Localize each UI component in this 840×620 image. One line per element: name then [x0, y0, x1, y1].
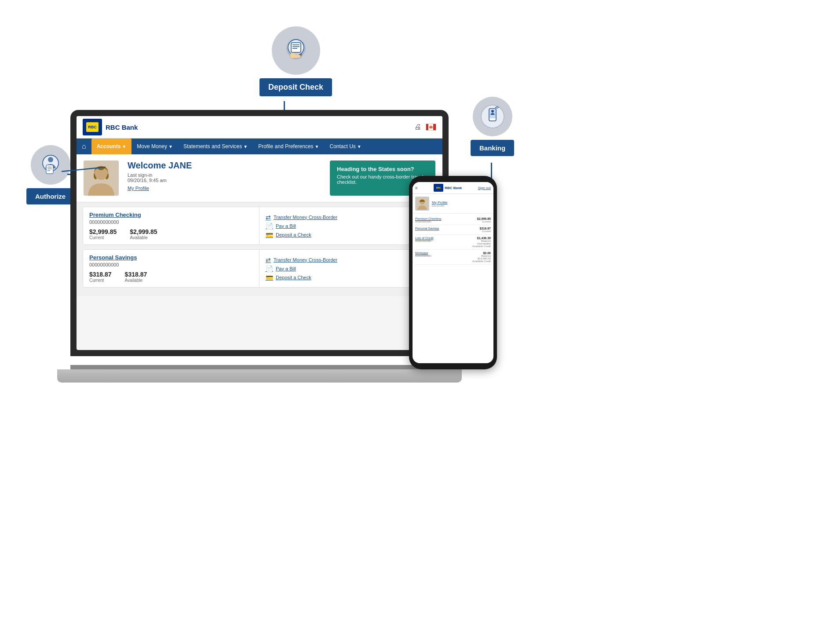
my-profile-link[interactable]: My Profile: [128, 186, 192, 191]
phone-account-list: Premium Checking 00000000000 $2,999.85 C…: [413, 214, 493, 266]
account-info-checking: Premium Checking 00000000000 $2,999.85 C…: [83, 207, 259, 244]
account-number-checking: 00000000000: [89, 219, 253, 225]
nav-contact[interactable]: Contact Us ▼: [325, 139, 367, 154]
phone-avatar: [415, 197, 429, 211]
bill-icon-2: 📄: [266, 265, 273, 272]
phone-profile-link[interactable]: My Profile: [432, 201, 448, 204]
pay-bill-checking[interactable]: 📄 Pay a Bill: [266, 222, 430, 230]
account-balances-checking: $2,999.85 Current $2,999.85 Available: [89, 228, 253, 240]
phone-acc-name-checking[interactable]: Premium Checking: [415, 217, 441, 220]
account-name-checking[interactable]: Premium Checking: [89, 212, 253, 218]
svg-rect-10: [46, 165, 53, 174]
bank-logo-area: RBC RBC Bank: [83, 119, 138, 135]
phone-acc-name-mortgage[interactable]: Mortgage: [415, 252, 431, 255]
phone-screen: ≡ RBC RBC Bank Sign out: [413, 182, 493, 363]
right-float-icon: Banking: [471, 97, 514, 156]
phone-device: ≡ RBC RBC Bank Sign out: [409, 176, 497, 369]
laptop-base: [57, 369, 462, 383]
print-icon[interactable]: 🖨: [414, 123, 421, 131]
account-number-savings: 00000000000: [89, 262, 253, 267]
promo-title: Heading to the States soon?: [337, 166, 428, 172]
deposit-icon-2: 💳: [266, 274, 273, 281]
balance-current-checking: $2,999.85 Current: [89, 228, 117, 240]
phone-account-checking: Premium Checking 00000000000 $2,999.85 C…: [415, 215, 491, 225]
nav-accounts[interactable]: Accounts ▼: [91, 139, 132, 154]
account-card-savings: Personal Savings 00000000000 $318.87 Cur…: [83, 249, 436, 288]
phone-logo-area: RBC RBC Bank: [434, 184, 462, 192]
last-signin-section: Last sign-in 09/20/16, 9:45 am: [128, 172, 192, 183]
phone-rbc-logo: RBC: [434, 184, 443, 192]
transfer-cross-border-savings[interactable]: ⇄ Transfer Money Cross-Border: [266, 256, 430, 263]
header-icons: 🖨 🍁: [414, 123, 436, 131]
nav-move-money[interactable]: Move Money ▼: [131, 139, 178, 154]
nav-home-button[interactable]: ⌂: [77, 139, 91, 154]
deposit-check-checking[interactable]: 💳 Deposit a Check: [266, 231, 430, 238]
welcome-greeting: Welcome JANE: [128, 160, 192, 171]
phone-acc-bal-loc: $1,436.39 Balance Unavailable Available …: [472, 237, 491, 248]
accounts-section: Premium Checking 00000000000 $2,999.85 C…: [77, 202, 442, 296]
phone-account-savings: Personal Savings $318.87 Current: [415, 225, 491, 235]
phone-acc-name-loc[interactable]: Line of Credit: [415, 237, 434, 240]
phone-acc-name-savings[interactable]: Personal Savings: [415, 227, 439, 230]
bank-navbar: ⌂ Accounts ▼ Move Money ▼ Statements and…: [77, 139, 442, 154]
phone-acc-num-checking: 00000000000: [415, 220, 441, 223]
canada-flag: 🍁: [426, 124, 436, 131]
user-avatar: [84, 160, 119, 196]
account-name-savings[interactable]: Personal Savings: [89, 254, 253, 261]
account-info-savings: Personal Savings 00000000000 $318.87 Cur…: [83, 250, 259, 287]
bank-title: RBC Bank: [106, 124, 138, 131]
balance-available-savings: $318.87 Available: [125, 271, 147, 283]
phone-bank-name: RBC Bank: [445, 186, 462, 190]
phone-menu-icon[interactable]: ≡: [415, 186, 418, 190]
balance-available-checking: $2,999.85 Available: [130, 228, 157, 240]
bill-icon: 📄: [266, 222, 273, 230]
welcome-text: Welcome JANE Last sign-in 09/20/16, 9:45…: [128, 160, 192, 196]
balance-current-savings: $318.87 Current: [89, 271, 112, 283]
bank-header: RBC RBC Bank 🖨 🍁: [77, 116, 442, 139]
top-float-icon: 📋 Deposit Check: [259, 26, 332, 96]
pay-bill-savings[interactable]: 📄 Pay a Bill: [266, 265, 430, 272]
nav-profile[interactable]: Profile and Preferences ▼: [253, 139, 324, 154]
nav-statements[interactable]: Statements and Services ▼: [178, 139, 253, 154]
top-label-box: Deposit Check: [259, 78, 332, 96]
transfer-cross-border-checking[interactable]: ⇄ Transfer Money Cross-Border: [266, 214, 430, 221]
right-label-box: Banking: [471, 140, 514, 156]
phone-acc-bal-mortgage: $0.00 Balance $13,000.00 Available Credi…: [472, 252, 491, 263]
phone-profile-section: My Profile Edit profile: [413, 194, 493, 214]
transfer-icon-2: ⇄: [266, 256, 271, 263]
deposit-check-savings[interactable]: 💳 Deposit a Check: [266, 274, 430, 281]
phone-signout[interactable]: Sign out: [478, 186, 491, 190]
account-balances-savings: $318.87 Current $318.87 Available: [89, 271, 253, 283]
phone-account-mortgage: Mortgage 00000000000 $0.00 Balance $13,0…: [415, 250, 491, 265]
phone-frame: ≡ RBC RBC Bank Sign out: [409, 176, 497, 369]
left-label-box: Authorize: [26, 188, 74, 204]
deposit-icon: 💳: [266, 231, 273, 238]
welcome-section: Welcome JANE Last sign-in 09/20/16, 9:45…: [77, 154, 442, 202]
phone-edit-profile: Edit profile: [432, 204, 448, 207]
svg-rect-3: [291, 43, 301, 52]
phone-acc-bal-savings: $318.87 Current: [480, 227, 491, 233]
phone-acc-num-loc: 00000000000: [415, 240, 434, 242]
banking-icon-circle: [473, 97, 512, 136]
phone-header: ≡ RBC RBC Bank Sign out: [413, 182, 493, 194]
authorize-icon-circle: [31, 145, 70, 185]
phone-acc-bal-checking: $2,999.85 Current: [477, 217, 491, 223]
laptop-frame: RBC RBC Bank 🖨 🍁 ⌂ Accounts ▼ Move Money: [70, 110, 449, 356]
rbc-lion-logo: RBC: [86, 122, 99, 132]
phone-account-loc: Line of Credit 00000000000 $1,436.39 Bal…: [415, 235, 491, 250]
rbc-logo: RBC: [83, 119, 102, 135]
svg-point-17: [491, 110, 494, 113]
account-card-checking: Premium Checking 00000000000 $2,999.85 C…: [83, 207, 436, 245]
laptop-device: RBC RBC Bank 🖨 🍁 ⌂ Accounts ▼ Move Money: [70, 110, 449, 383]
deposit-check-icon-circle: 📋: [272, 26, 320, 75]
laptop-screen: RBC RBC Bank 🖨 🍁 ⌂ Accounts ▼ Move Money: [77, 116, 442, 350]
phone-acc-num-mortgage: 00000000000: [415, 255, 431, 257]
svg-point-9: [48, 157, 53, 162]
transfer-icon: ⇄: [266, 214, 271, 221]
